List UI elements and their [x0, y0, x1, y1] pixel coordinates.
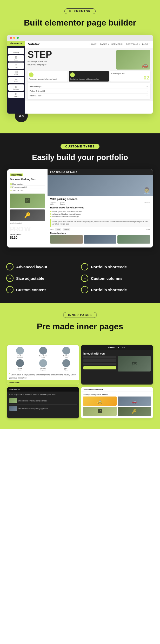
elementor-badge: ELEMENTOR: [64, 8, 96, 14]
widget-image-icon: 🖼: [15, 56, 17, 59]
widget-text[interactable]: ≡ Text: [8, 63, 24, 69]
basic-plans: Basic plans $120: [10, 233, 45, 239]
how-it-works-title: How we works for valet services: [50, 206, 150, 209]
widget-columns[interactable]: ⊞ Columns: [8, 84, 24, 91]
portfolio-content: Valet parking services Category Valet Au…: [48, 196, 153, 245]
team-member-2: Jane Smith Driver: [32, 347, 54, 358]
related-img-3: [117, 235, 150, 244]
inner-pages-section: INNER PAGES Pre made inner pages John Do…: [0, 303, 160, 429]
portfolio-left-panel: VALET PARK Our valet Parking Se... 01 Ri…: [7, 169, 48, 247]
sg-img-4: 🔑: [118, 407, 151, 416]
tag-1: Valet: [55, 228, 61, 231]
widget-image[interactable]: 🖼 Image: [8, 55, 24, 61]
feature-icon-3: →: [6, 275, 14, 282]
avatar-3: [62, 347, 70, 355]
sg-icon-1: 🚕: [97, 399, 102, 404]
widget-button-icon: ⬜: [15, 71, 18, 73]
widget-image-label: Image: [14, 59, 18, 61]
team-member-1: John Doe Manager: [9, 347, 31, 358]
feature-icon-2: →: [81, 263, 88, 270]
team-role-3: Staff: [65, 357, 68, 358]
car-key-img: 🔑: [10, 209, 45, 221]
form-input-3: [83, 363, 116, 365]
features-grid: → Advanced layout → Portfolio shortcode …: [0, 258, 160, 303]
team-role-4: Valet: [18, 369, 21, 371]
meta-author: Author Admin: [60, 202, 65, 205]
widget-gallery-icon: ⊟: [15, 92, 17, 95]
team-role-6: Admin: [64, 369, 68, 371]
related-img-2: [84, 235, 117, 244]
preview-body: elementor T Heading 🖼 Image ≡ Text: [7, 41, 153, 114]
port-step-3: incididunt ut labore et dolore magna: [50, 215, 150, 218]
widget-button[interactable]: ⬜ Button: [8, 70, 24, 76]
form-input-2: [83, 359, 116, 362]
nav-portfolio: PORTFOLIO ▾: [126, 43, 139, 45]
contact-layout: 🗺: [83, 356, 151, 371]
share-label: Share: [146, 228, 150, 230]
feature-item-5: → Custom content: [6, 286, 79, 293]
card-3-text: Come to pick you...: [111, 72, 149, 75]
services-row-2: Our solutions of valet parking approved: [9, 405, 77, 412]
nav-pages: PAGES ▾: [100, 43, 109, 45]
meta-category: Category Valet: [50, 202, 56, 205]
service-row-3: 03 Valet car care: [10, 189, 45, 192]
brand-name: Valetex: [28, 42, 40, 46]
preview-navbar: Valetex HOME ▾ PAGES ▾ SERVICES ▾ PORTFO…: [25, 41, 153, 48]
service-img-2: [9, 406, 17, 411]
meta-row: Category Valet Author Admin Services: [50, 202, 150, 205]
form-submit-btn[interactable]: [83, 366, 116, 369]
card-2-text: Contact us via email address or call us: [70, 78, 108, 80]
elementor-section: ELEMENTOR Built elementor page builder e…: [0, 0, 160, 133]
port-badge: VALET PARK: [10, 174, 23, 176]
contact-form: [83, 356, 116, 371]
dot-green: [17, 37, 19, 39]
custom-types-title: Easily build your portfolio: [32, 153, 128, 162]
sg-img-1: 🚕: [83, 397, 117, 406]
inner-pages-grid: John Doe Manager Jane Smith Driver Bob L…: [7, 345, 153, 419]
team-member-3: Bob Lee Staff: [55, 347, 77, 358]
meta-category-value: Valet: [50, 203, 56, 205]
dot-yellow: [13, 37, 15, 39]
feature-item-4: → Custom columns: [81, 275, 154, 282]
services-grid-header: Valet Services Present: [81, 387, 153, 392]
team-member-5: Mark W Support: [32, 359, 54, 371]
widget-divider[interactable]: — Divider: [8, 77, 24, 83]
key-icon: 🔑: [24, 212, 31, 218]
elementor-title: Built elementor page builder: [24, 18, 136, 28]
pro-label: PRO W: [10, 225, 45, 233]
feature-item-6: → Portfolio shortcode: [81, 286, 154, 293]
hero-step-text: STEP: [28, 50, 114, 59]
inner-pages-badge: INNER PAGES: [63, 312, 97, 318]
feature-icon-5: →: [6, 286, 14, 293]
team-grid: John Doe Manager Jane Smith Driver Bob L…: [7, 345, 79, 372]
service-num-1: 01: [10, 183, 12, 185]
widget-gallery[interactable]: ⊟ Gallery: [8, 92, 24, 98]
card-1: Remember when did when you lose it: [28, 71, 68, 82]
nav-services: SERVICES ▾: [111, 43, 124, 45]
feature-item-3: → Size adjustable: [6, 275, 79, 282]
team-member-6: Sara J Admin: [55, 359, 77, 371]
meta-services-label: Services: [144, 202, 150, 203]
services-dark-card: SERVICES Plan helps builds products that…: [7, 387, 79, 418]
widget-button-label: Button: [14, 74, 18, 75]
avatar-2: [39, 347, 47, 355]
widget-columns-icon: ⊞: [15, 85, 17, 88]
contact-page-card: CONTCAT US in touch with you 🗺: [81, 345, 153, 385]
hero-row: STEP Plan helps builds pro have you lost…: [28, 50, 150, 70]
card-2: Contact us via email address or call us: [69, 71, 109, 82]
service-text-1: Our solutions of valet parking services: [18, 400, 47, 402]
nav-items: HOME ▾ PAGES ▾ SERVICES ▾ PORTFOLIO ▾ BL…: [90, 43, 150, 45]
inner-pages-title: Pre made inner pages: [37, 321, 123, 331]
team-quote: " Lorem ipsum is simply dummy text of th…: [7, 372, 79, 380]
port-title: Valet parking services: [50, 198, 150, 201]
feature-icon-6: →: [81, 286, 88, 293]
step-dot-1: [50, 211, 51, 212]
widget-text-icon: ≡: [15, 63, 17, 66]
custom-types-badge: CUSTOME TYPES: [61, 144, 99, 149]
widget-gallery-label: Gallery: [14, 96, 18, 97]
widget-heading[interactable]: T Heading: [8, 48, 24, 54]
card-1-text: Remember when did when you lose it: [29, 78, 66, 80]
elementor-preview-panel: elementor T Heading 🖼 Image ≡ Text: [7, 35, 153, 114]
dot-red: [10, 37, 12, 39]
widget-divider-icon: —: [15, 78, 17, 81]
